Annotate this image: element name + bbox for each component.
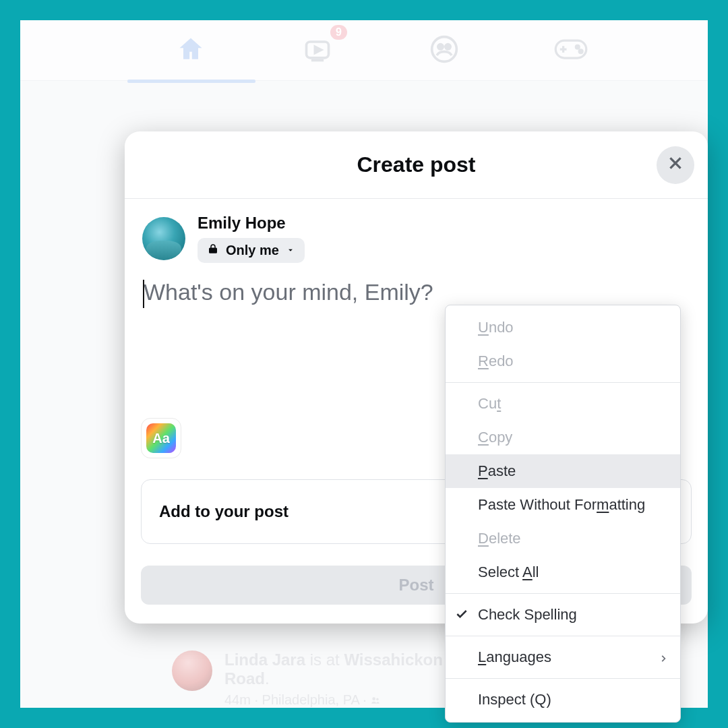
color-swatch-icon: Aa bbox=[146, 423, 176, 453]
composer-user-row: Emily Hope Only me bbox=[125, 199, 708, 263]
menu-separator bbox=[446, 593, 680, 594]
menu-separator bbox=[446, 678, 680, 679]
audience-icon bbox=[370, 692, 381, 707]
menu-paste-without-formatting[interactable]: Paste Without Formatting bbox=[446, 488, 680, 522]
chevron-down-icon bbox=[286, 243, 295, 258]
audience-selector[interactable]: Only me bbox=[198, 238, 305, 263]
menu-undo[interactable]: Undo bbox=[446, 311, 680, 344]
nav-gaming[interactable] bbox=[548, 28, 594, 73]
gaming-icon bbox=[553, 37, 588, 64]
close-button[interactable] bbox=[657, 146, 694, 184]
add-to-post-label: Add to your post bbox=[159, 502, 289, 521]
composer-user-name: Emily Hope bbox=[198, 214, 305, 233]
svg-point-1 bbox=[432, 37, 457, 62]
watch-icon bbox=[303, 34, 332, 67]
menu-languages[interactable]: Languages bbox=[446, 640, 680, 674]
lock-icon bbox=[207, 243, 219, 258]
modal-header: Create post bbox=[125, 131, 708, 199]
svg-point-6 bbox=[579, 50, 582, 53]
context-menu: Undo Redo Cut Copy Paste Paste Without F… bbox=[445, 305, 681, 723]
menu-copy[interactable]: Copy bbox=[446, 421, 680, 454]
close-icon bbox=[667, 154, 684, 177]
feed-headline: Linda Jara is at Wissahickon C Road. bbox=[224, 650, 459, 688]
chevron-right-icon bbox=[659, 651, 668, 667]
composer-placeholder: What's on your mind, Emily? bbox=[144, 279, 433, 305]
avatar[interactable] bbox=[142, 217, 185, 260]
menu-check-spelling[interactable]: Check Spelling bbox=[446, 598, 680, 632]
svg-point-7 bbox=[373, 697, 376, 700]
nav-groups[interactable] bbox=[421, 28, 467, 73]
menu-inspect[interactable]: Inspect (Q) bbox=[446, 683, 680, 717]
svg-point-3 bbox=[446, 44, 450, 49]
svg-point-5 bbox=[576, 45, 579, 49]
avatar bbox=[172, 650, 212, 691]
audience-label: Only me bbox=[226, 243, 279, 258]
svg-point-8 bbox=[377, 698, 380, 701]
menu-separator bbox=[446, 636, 680, 636]
menu-paste[interactable]: Paste bbox=[446, 454, 680, 488]
nav-home[interactable] bbox=[168, 28, 214, 73]
watch-badge: 9 bbox=[330, 25, 347, 40]
top-nav: 9 bbox=[20, 20, 708, 81]
menu-separator bbox=[446, 382, 680, 383]
text-cursor bbox=[143, 280, 144, 308]
feed-meta: 44m · Philadelphia, PA · bbox=[224, 692, 459, 708]
post-button-label: Post bbox=[398, 576, 433, 595]
menu-delete[interactable]: Delete bbox=[446, 522, 680, 555]
menu-cut[interactable]: Cut bbox=[446, 387, 680, 421]
background-color-button[interactable]: Aa bbox=[141, 418, 181, 458]
checkmark-icon bbox=[455, 607, 468, 621]
menu-select-all[interactable]: Select All bbox=[446, 555, 680, 589]
nav-watch[interactable]: 9 bbox=[295, 28, 340, 73]
modal-title: Create post bbox=[357, 152, 475, 177]
home-icon bbox=[176, 34, 206, 67]
svg-point-2 bbox=[438, 44, 443, 49]
menu-redo[interactable]: Redo bbox=[446, 344, 680, 378]
groups-icon bbox=[429, 34, 459, 67]
